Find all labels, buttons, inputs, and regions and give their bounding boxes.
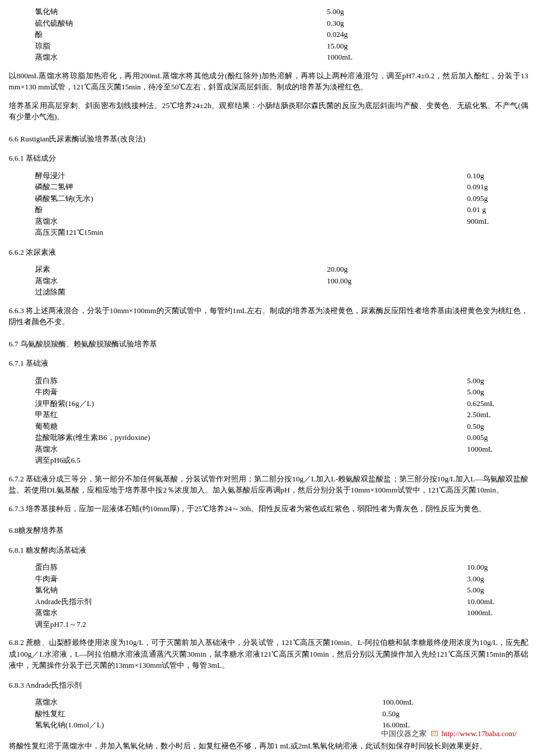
ingredient-name: 琼脂 [35,40,327,52]
ingredient-name: 蛋白胨 [35,561,467,573]
ingredient-amount: 10.00mL [467,596,494,608]
ingredient-name: 盐酸吡哆素(维生素B6，pyridoxine) [35,432,467,443]
ingredient-row: 盐酸吡哆素(维生素B6，pyridoxine) 0.005g [9,432,528,443]
heading-6-6-1: 6.6.1 基础成分 [9,152,528,164]
ingredient-amount: 5.00g [467,584,484,596]
ingredient-name: 蒸馏水 [35,51,327,63]
ingredient-row: 蒸馏水 1000mL [9,51,528,63]
ingredient-list-662: 尿素 20.00g 蒸馏水 100.00g 过滤除菌 [9,263,528,298]
ingredient-list-671: 蛋白胨 5.00g 牛肉膏 5.00g 溴甲酚紫(16g／L) 0.625mL … [9,375,528,466]
ingredient-name: 酵母浸汁 [35,170,467,182]
ingredient-amount: 900mL [467,216,489,227]
ingredient-row: 高压灭菌121℃15min [9,227,528,238]
heading-6-6: 6.6 Rustigian氏尿素酶试验培养基(改良法) [9,133,528,145]
ingredient-name: 氯化钠 [35,584,467,596]
ingredient-row: 尿素 20.00g [9,263,528,275]
paragraph-prep2: 培养基采用高层穿刺、斜面密布划线接种法。25℃培养24±2h。观察结果：小肠结肠… [9,100,528,123]
ingredient-list-681: 蛋白胨 10.00g 牛肉膏 3.00g 氯化钠 5.00g Andrade氏指… [9,561,528,630]
ingredient-name: 蒸馏水 [35,275,327,287]
ingredient-row: 蒸馏水 100.00mL [9,696,528,708]
ingredient-name: 磷酸二氢钾 [35,181,467,193]
ingredient-row: 溴甲酚紫(16g／L) 0.625mL [9,398,528,410]
ingredient-amount: 0.024g [327,29,348,40]
footer-brand: 中国仪器之家 [381,728,427,740]
ingredient-amount: 2.50mL [467,409,491,421]
ingredient-name: 蒸馏水 [35,607,467,619]
ingredient-row: 酵母浸汁 0.10g [9,170,528,182]
ingredient-amount: 0.625mL [467,398,494,410]
ingredient-amount: 0.50g [467,421,484,432]
ingredient-amount: 15.00g [327,40,348,52]
ingredient-row: 调至pH6或6.5 [9,455,528,466]
ingredient-name: 调至pH6或6.5 [35,455,467,466]
ingredient-amount: 5.00g [467,386,484,398]
ingredient-row: 磷酸二氢钾 0.091g [9,181,528,193]
ingredient-name: 葡萄糖 [35,421,467,432]
ingredient-amount: 0.10g [467,170,484,182]
ingredient-amount: 0.091g [467,181,488,193]
ingredient-row: 蒸馏水 1000mL [9,607,528,619]
footer: 中国仪器之家 ⮹ http://www.17baba.com/ [9,728,528,740]
ingredient-name: 溴甲酚紫(16g／L) [35,398,467,410]
ingredient-row: 酚 0.024g [9,29,528,40]
ingredient-row: 酸性复红 0.50g [9,708,528,720]
ingredient-row: 蒸馏水 100.00g [9,275,528,287]
ingredient-name: 酚 [35,29,327,40]
ingredient-name: 蒸馏水 [35,443,467,455]
ingredient-name: Andrade氏指示剂 [35,596,467,608]
paragraph-6-8-2: 6.8.2 蔗糖、山梨醇最终使用浓度为10g/L，可于灭菌前加入基础液中，分装试… [9,637,528,671]
paragraph-6-7-2: 6.7.2 基础液分成三等分，第一部分不加任何氨基酸，分装试管作对照用；第二部分… [9,473,528,496]
ingredient-row: 蒸馏水 1000mL [9,443,528,455]
ingredient-row: 蒸馏水 900mL [9,216,528,227]
ingredient-list-683: 蒸馏水 100.00mL 酸性复红 0.50g 氢氧化钠(1.0mol／L) 1… [9,696,528,731]
ingredient-amount: 5.00g [467,375,484,387]
ingredient-amount: 0.50g [382,708,399,720]
ingredient-name: 蒸馏水 [35,216,467,227]
ingredient-row: Andrade氏指示剂 10.00mL [9,596,528,608]
ingredient-row: 氯化钠 5.00g [9,584,528,596]
ingredient-amount: 0.30g [327,18,344,29]
home-icon: ⮹ [431,728,438,740]
heading-6-8: 6.8糖发酵培养基 [9,525,528,536]
ingredient-name: 尿素 [35,263,327,275]
ingredient-row: 蛋白胨 5.00g [9,375,528,387]
ingredient-row: 氯化钠 5.00g [9,6,528,18]
ingredient-list-661: 酵母浸汁 0.10g 磷酸二氢钾 0.091g 磷酸氢二钠(无水) 0.095g… [9,170,528,238]
ingredient-amount: 3.00g [467,573,484,585]
ingredient-row: 牛肉膏 5.00g [9,386,528,398]
ingredient-amount: 20.00g [327,263,348,275]
ingredient-name: 硫代硫酸钠 [35,18,327,29]
ingredient-amount: 1000mL [467,607,493,619]
ingredient-amount: 0.095g [467,193,488,204]
ingredient-name: 氯化钠 [35,6,327,18]
ingredient-name: 高压灭菌121℃15min [35,227,467,238]
ingredient-amount: 1000mL [467,443,493,455]
heading-6-7-1: 6.7.1 基础液 [9,358,528,369]
ingredient-row: 调至pH7.1～7.2 [9,619,528,630]
ingredient-row: 过滤除菌 [9,286,528,298]
paragraph-6-6-3: 6.6.3 将上述两液混合，分装于10mm×100mm的灭菌试管中，每管约1mL… [9,305,528,328]
paragraph-6-7-3: 6.7.3 培养基接种后，应加一层液体石蜡(约10mm厚)，于25℃培养24～3… [9,503,528,515]
ingredient-amount: 0.005g [467,432,488,443]
ingredient-amount: 5.00g [327,6,344,18]
ingredient-name: 酸性复红 [35,708,382,720]
ingredient-name: 酚 [35,204,467,216]
ingredient-row: 酚 0.01 g [9,204,528,216]
ingredient-row: 甲基红 2.50mL [9,409,528,421]
ingredient-name: 牛肉膏 [35,573,467,585]
ingredient-list-top: 氯化钠 5.00g 硫代硫酸钠 0.30g 酚 0.024g 琼脂 15.00g… [9,6,528,63]
ingredient-name: 牛肉膏 [35,386,467,398]
ingredient-row: 琼脂 15.00g [9,40,528,52]
paragraph-prep1: 以800mL蒸馏水将琼脂加热溶化，再用200mL蒸馏水将其他成分(酚红除外)加热… [9,70,528,93]
ingredient-amount: 100.00g [327,275,351,287]
footer-link[interactable]: http://www.17baba.com/ [442,728,517,740]
ingredient-name: 磷酸氢二钠(无水) [35,193,467,204]
ingredient-name: 蒸馏水 [35,696,382,708]
ingredient-row: 硫代硫酸钠 0.30g [9,18,528,29]
ingredient-name: 调至pH7.1～7.2 [35,619,467,630]
ingredient-name: 蛋白胨 [35,375,467,387]
ingredient-amount: 10.00g [467,561,488,573]
ingredient-row: 葡萄糖 0.50g [9,421,528,432]
ingredient-row: 牛肉膏 3.00g [9,573,528,585]
ingredient-row: 磷酸氢二钠(无水) 0.095g [9,193,528,204]
